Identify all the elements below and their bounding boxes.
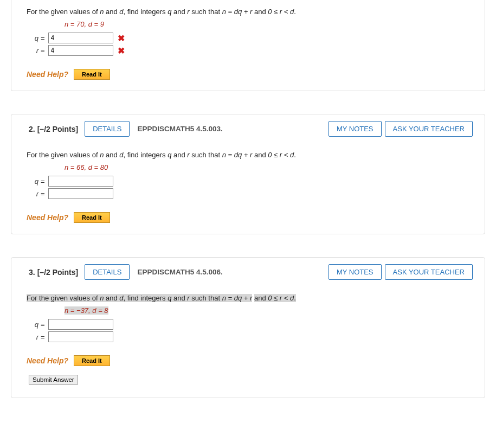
r-label: r (27, 47, 38, 55)
question-header: 2. [–/2 Points] DETAILS EPPDISCMATH5 4.5… (11, 114, 485, 143)
need-help-label: Need Help? (27, 213, 68, 222)
question-params: n = −37, d = 8 (65, 306, 469, 315)
q-input[interactable] (48, 319, 113, 330)
read-it-button[interactable]: Read It (74, 212, 110, 223)
topic-id: EPPDISCMATH5 4.5.006. (137, 268, 222, 276)
q-input-row: q = (27, 319, 469, 330)
r-input[interactable] (48, 45, 113, 56)
need-help-label: Need Help? (27, 70, 68, 79)
question-body: For the given values of n and d, find in… (11, 286, 485, 398)
r-input[interactable] (48, 188, 113, 199)
question-body: For the given values of n and d, find in… (11, 0, 485, 91)
read-it-button[interactable]: Read It (74, 69, 110, 80)
question-card-1: For the given values of n and d, find in… (11, 0, 485, 91)
r-label: r (27, 190, 38, 198)
r-input-row: r = (27, 331, 469, 342)
incorrect-icon: ✖ (118, 46, 125, 56)
q-input[interactable] (48, 176, 113, 187)
need-help-row: Need Help? Read It (27, 355, 469, 366)
q-label: q (27, 177, 38, 185)
question-number: 2. (29, 125, 35, 133)
incorrect-icon: ✖ (118, 33, 125, 43)
question-body: For the given values of n and d, find in… (11, 143, 485, 234)
question-number: 3. (29, 268, 35, 277)
question-prompt: For the given values of n and d, find in… (27, 151, 469, 159)
ask-teacher-button[interactable]: ASK YOUR TEACHER (385, 121, 473, 137)
submit-answer-button[interactable]: Submit Answer (29, 375, 78, 385)
question-card-3: 3. [–/2 Points] DETAILS EPPDISCMATH5 4.5… (11, 257, 485, 398)
question-points: [–/2 Points] (37, 268, 78, 277)
read-it-button[interactable]: Read It (74, 355, 110, 366)
details-button[interactable]: DETAILS (85, 264, 130, 280)
question-params: n = 70, d = 9 (65, 20, 469, 28)
q-input[interactable] (48, 33, 113, 43)
details-button[interactable]: DETAILS (85, 121, 130, 137)
q-input-row: q = ✖ (27, 33, 469, 43)
need-help-row: Need Help? Read It (27, 69, 469, 80)
r-label: r (27, 333, 38, 341)
r-input-row: r = (27, 188, 469, 199)
r-input-row: r = ✖ (27, 45, 469, 56)
q-input-row: q = (27, 176, 469, 187)
question-params: n = 66, d = 80 (65, 163, 469, 171)
r-input[interactable] (48, 331, 113, 342)
need-help-row: Need Help? Read It (27, 212, 469, 223)
question-prompt: For the given values of n and d, find in… (27, 294, 469, 302)
question-prompt: For the given values of n and d, find in… (27, 8, 469, 16)
question-points: [–/2 Points] (37, 125, 78, 133)
need-help-label: Need Help? (27, 356, 68, 365)
topic-id: EPPDISCMATH5 4.5.003. (137, 125, 222, 133)
q-label: q (27, 321, 38, 329)
q-label: q (27, 34, 38, 42)
question-card-2: 2. [–/2 Points] DETAILS EPPDISCMATH5 4.5… (11, 114, 485, 234)
my-notes-button[interactable]: MY NOTES (328, 121, 382, 137)
my-notes-button[interactable]: MY NOTES (328, 264, 382, 280)
ask-teacher-button[interactable]: ASK YOUR TEACHER (385, 264, 473, 280)
question-header: 3. [–/2 Points] DETAILS EPPDISCMATH5 4.5… (11, 258, 485, 286)
